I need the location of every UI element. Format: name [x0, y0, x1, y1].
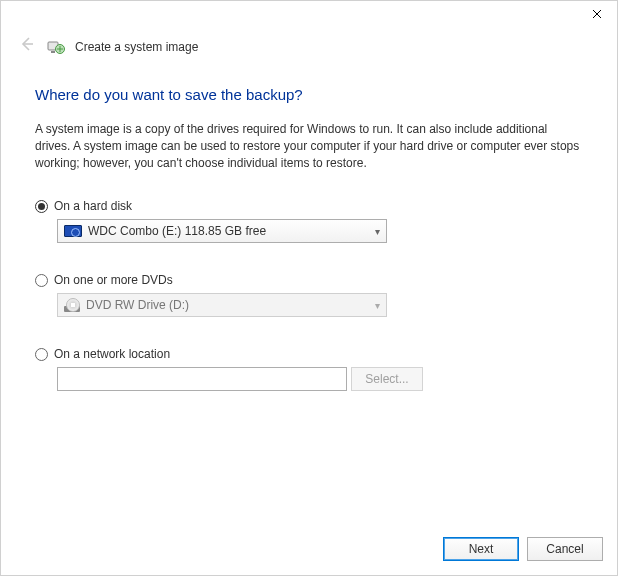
option-network: On a network location Select...: [35, 347, 583, 391]
page-heading: Where do you want to save the backup?: [35, 86, 583, 103]
radio-hard-disk[interactable]: On a hard disk: [35, 199, 583, 213]
window-title: Create a system image: [75, 40, 198, 54]
option-label-text: On one or more DVDs: [54, 273, 173, 287]
dvd-drive-icon: [64, 298, 80, 312]
radio-icon: [35, 274, 48, 287]
content-area: Where do you want to save the backup? A …: [1, 66, 617, 391]
network-path-input[interactable]: [57, 367, 347, 391]
option-hard-disk: On a hard disk WDC Combo (E:) 118.85 GB …: [35, 199, 583, 243]
cancel-button[interactable]: Cancel: [527, 537, 603, 561]
option-label-text: On a hard disk: [54, 199, 132, 213]
radio-dvd[interactable]: On one or more DVDs: [35, 273, 583, 287]
select-network-button[interactable]: Select...: [351, 367, 423, 391]
option-label-text: On a network location: [54, 347, 170, 361]
svg-rect-1: [51, 51, 55, 53]
radio-icon: [35, 348, 48, 361]
dvd-value: DVD RW Drive (D:): [86, 298, 189, 312]
chevron-down-icon: ▾: [375, 226, 380, 237]
chevron-down-icon: ▾: [375, 300, 380, 311]
option-dvd: On one or more DVDs DVD RW Drive (D:) ▾: [35, 273, 583, 317]
footer-buttons: Next Cancel: [443, 537, 603, 561]
radio-icon: [35, 200, 48, 213]
hard-disk-icon: [64, 225, 82, 237]
hard-disk-value: WDC Combo (E:) 118.85 GB free: [88, 224, 266, 238]
dvd-combo[interactable]: DVD RW Drive (D:) ▾: [57, 293, 387, 317]
wizard-window: Create a system image Where do you want …: [0, 0, 618, 576]
radio-network[interactable]: On a network location: [35, 347, 583, 361]
hard-disk-combo[interactable]: WDC Combo (E:) 118.85 GB free ▾: [57, 219, 387, 243]
back-arrow-icon: [17, 35, 37, 58]
next-button[interactable]: Next: [443, 537, 519, 561]
system-image-icon: [47, 38, 65, 56]
close-icon[interactable]: [577, 1, 617, 27]
titlebar: [1, 1, 617, 31]
page-description: A system image is a copy of the drives r…: [35, 121, 583, 171]
header-bar: Create a system image: [1, 31, 617, 66]
